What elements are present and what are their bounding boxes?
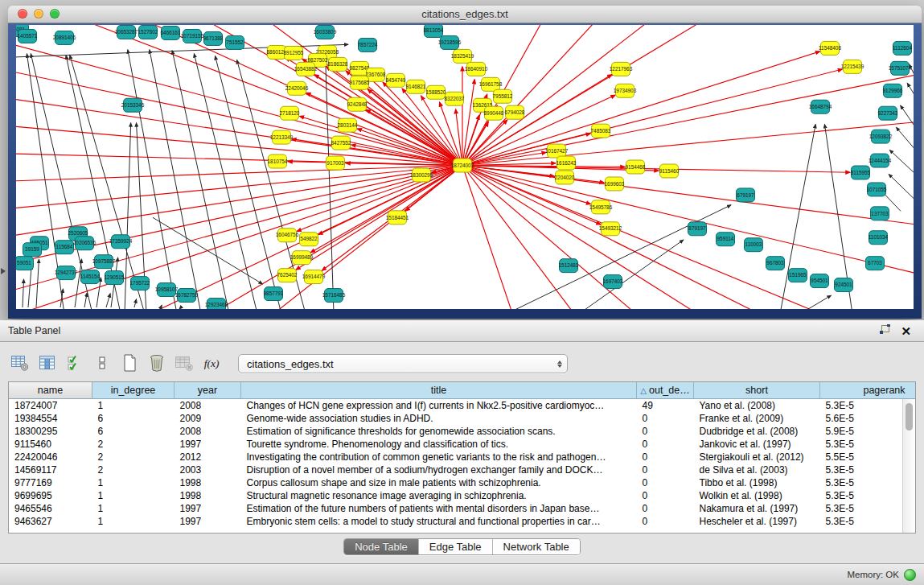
new-table-button[interactable] xyxy=(117,352,142,375)
table-cell[interactable]: 0 xyxy=(637,425,694,438)
table-cell[interactable]: 1 xyxy=(92,515,175,528)
window-titlebar[interactable]: citations_edges.txt xyxy=(8,6,922,23)
graph-node[interactable]: 8322037 xyxy=(445,92,465,105)
table-settings-button[interactable] xyxy=(8,352,32,375)
graph-edge[interactable] xyxy=(179,307,181,309)
graph-edge[interactable] xyxy=(366,109,462,165)
column-header-name[interactable]: name xyxy=(9,382,92,399)
graph-node[interactable]: 10167427 xyxy=(545,144,569,158)
graph-edge[interactable] xyxy=(28,266,31,307)
graph-node[interactable]: 110003 xyxy=(745,238,763,252)
graph-node[interactable]: 8990448 xyxy=(484,106,504,120)
graph-node[interactable]: 1527602 xyxy=(138,25,158,39)
table-cell[interactable]: 1 xyxy=(92,489,175,502)
tab-network-table[interactable]: Network Table xyxy=(493,539,580,554)
graph-edge[interactable] xyxy=(462,166,850,173)
table-cell[interactable]: 0 xyxy=(637,463,694,476)
graph-node[interactable]: 1145154 xyxy=(80,270,101,284)
table-cell[interactable]: Embryonic stem cells: a model to study s… xyxy=(241,515,637,528)
graph-node[interactable]: 7955812 xyxy=(493,89,513,103)
graph-node[interactable]: 959114 xyxy=(717,233,735,246)
graph-node[interactable]: 115684 xyxy=(55,241,74,254)
function-builder-button[interactable]: f(x) xyxy=(199,352,224,375)
graph-node[interactable]: 1512481 xyxy=(559,259,579,273)
graph-node[interactable]: 1616243 xyxy=(556,156,577,170)
graph-edge[interactable] xyxy=(161,305,162,307)
graph-edge[interactable] xyxy=(462,166,515,309)
table-cell[interactable]: 1 xyxy=(92,399,175,413)
table-cell[interactable]: Yano et al. (2008) xyxy=(694,399,820,413)
graph-node[interactable]: 549822 xyxy=(300,233,318,246)
graph-node[interactable]: 9146821 xyxy=(406,80,426,93)
graph-node[interactable]: 8912955 xyxy=(284,46,304,60)
table-cell[interactable]: 6 xyxy=(92,412,175,425)
graph-edge[interactable] xyxy=(134,299,137,307)
table-cell[interactable]: 9777169 xyxy=(9,476,92,489)
table-cell[interactable]: 1997 xyxy=(175,438,241,451)
graph-edge[interactable] xyxy=(462,122,914,166)
graph-node[interactable]: 16033809 xyxy=(314,25,337,39)
graph-node[interactable]: 18640910 xyxy=(465,62,488,76)
graph-node[interactable]: 924501 xyxy=(835,278,853,292)
graph-node[interactable]: 137703 xyxy=(871,207,889,220)
table-cell[interactable]: 1998 xyxy=(175,489,241,502)
table-cell[interactable]: 2003 xyxy=(175,463,241,476)
table-cell[interactable]: Estimation of significance thresholds fo… xyxy=(241,425,637,438)
graph-node[interactable]: 18300295 xyxy=(410,168,433,182)
row-list-button[interactable] xyxy=(90,352,114,375)
graph-node[interactable]: 1290515 xyxy=(105,271,125,285)
graph-node[interactable]: 19218596 xyxy=(438,35,462,49)
graph-edge[interactable] xyxy=(507,205,731,309)
column-header-pagerank[interactable]: pagerank xyxy=(820,382,917,399)
graph-node[interactable]: 17359924 xyxy=(109,235,133,249)
graph-edge[interactable] xyxy=(889,174,914,201)
graph-node[interactable]: 1405571 xyxy=(18,29,38,43)
graph-node[interactable]: 9175685 xyxy=(350,76,370,89)
graph-node[interactable]: 751552 xyxy=(226,35,244,49)
graph-node[interactable]: 67703 xyxy=(866,257,885,270)
table-cell[interactable]: 49 xyxy=(637,399,694,413)
graph-node[interactable]: 18325419 xyxy=(451,49,474,63)
table-cell[interactable]: 6 xyxy=(92,425,175,438)
table-cell[interactable]: Dudbridge et al. (2008) xyxy=(694,425,820,438)
column-header-in_degree[interactable]: in_degree xyxy=(92,382,175,399)
table-cell[interactable]: 0 xyxy=(637,489,694,502)
graph-node[interactable]: 7857224 xyxy=(358,38,378,51)
graph-node[interactable]: 12215439 xyxy=(841,60,864,73)
table-cell[interactable]: Structural magnetic resonance image aver… xyxy=(241,489,637,502)
graph-edge[interactable] xyxy=(172,51,229,309)
graph-node[interactable]: 8427552 xyxy=(331,136,351,150)
graph-node[interactable]: 7625402 xyxy=(277,269,298,282)
graph-node[interactable]: 9671388 xyxy=(203,31,224,45)
graph-node[interactable]: 12942737 xyxy=(55,266,78,280)
graph-node[interactable]: 15495786 xyxy=(589,200,613,214)
table-cell[interactable]: 2 xyxy=(92,451,175,463)
graph-node[interactable]: 22420046 xyxy=(285,81,309,95)
graph-node[interactable]: 18724007 xyxy=(451,159,474,172)
graph-node[interactable]: 12213349 xyxy=(270,130,294,144)
graph-edge[interactable] xyxy=(462,166,708,309)
network-graph[interactable]: 1872400788601238912955232260589827503818… xyxy=(16,25,914,309)
graph-edge[interactable] xyxy=(128,50,177,309)
table-cell[interactable]: Hescheler et al. (1997) xyxy=(694,515,820,528)
table-cell[interactable]: de Silva et al. (2003) xyxy=(694,463,820,476)
select-all-button[interactable] xyxy=(63,352,87,375)
graph-node[interactable]: 679197 xyxy=(737,188,755,202)
table-cell[interactable]: Tibbo et al. (1998) xyxy=(694,476,820,489)
graph-node[interactable]: 917003 xyxy=(326,156,345,170)
table-cell[interactable]: 0 xyxy=(637,515,694,528)
graph-node[interactable]: 8115955 xyxy=(851,166,871,179)
table-cell[interactable]: 0 xyxy=(637,476,694,489)
graph-node[interactable]: 9129966 xyxy=(883,84,903,97)
graph-node[interactable]: 15716485 xyxy=(322,289,346,303)
table-cell[interactable]: Investigating the contribution of common… xyxy=(241,451,637,463)
graph-edge[interactable] xyxy=(907,83,914,105)
table-cell[interactable]: Stergiakouli et al. (2012) xyxy=(694,451,820,463)
graph-node[interactable]: 1795722 xyxy=(130,277,150,290)
graph-edge[interactable] xyxy=(16,166,462,182)
graph-node[interactable]: 9227343 xyxy=(878,106,898,120)
table-cell[interactable]: Disruption of a novel member of a sodium… xyxy=(241,463,637,476)
graph-node[interactable]: 10975887 xyxy=(92,255,116,269)
graph-edge[interactable] xyxy=(462,166,914,226)
graph-node[interactable]: 1588520 xyxy=(426,85,446,99)
